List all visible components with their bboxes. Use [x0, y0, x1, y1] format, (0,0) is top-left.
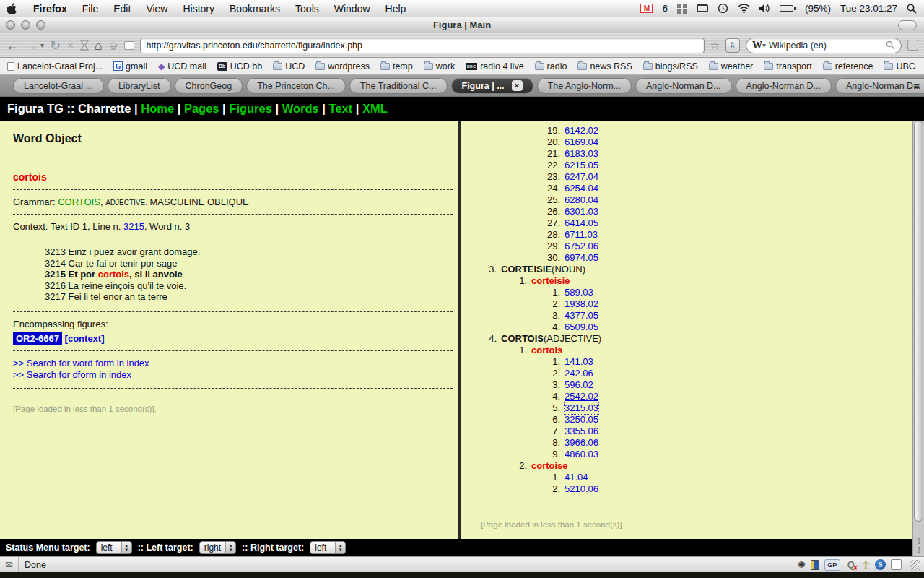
- battery-icon[interactable]: [780, 5, 796, 12]
- hourglass-icon[interactable]: [80, 40, 89, 51]
- go-button[interactable]: ⇩: [725, 38, 740, 53]
- tab[interactable]: Anglo-Norman D...: [635, 78, 732, 94]
- grammar-lemma-link[interactable]: CORTOIS: [58, 197, 100, 207]
- bookmark-item[interactable]: BbUCD bb: [217, 61, 262, 72]
- tab[interactable]: LibraryList: [108, 78, 171, 94]
- occurrence-link[interactable]: 4860.03: [565, 449, 598, 460]
- s-addon-icon[interactable]: S: [875, 559, 886, 570]
- home-icon[interactable]: ⌂: [95, 39, 103, 52]
- occurrence-link[interactable]: 6169.04: [565, 137, 598, 148]
- site-nav-pages[interactable]: Pages: [184, 102, 219, 115]
- wifi-icon[interactable]: [738, 4, 750, 13]
- tab[interactable]: The Anglo-Norm...: [537, 78, 632, 94]
- site-nav-words[interactable]: Words: [282, 102, 319, 115]
- displays-icon[interactable]: [697, 4, 708, 12]
- toolbar-toggle-button[interactable]: [898, 20, 917, 30]
- volume-icon[interactable]: [759, 4, 770, 13]
- search-field[interactable]: W ▾ Wikipedia (en): [746, 38, 902, 53]
- occurrence-link[interactable]: 6974.05: [565, 252, 598, 264]
- menu-tools[interactable]: Tools: [295, 3, 319, 14]
- spotlight-icon[interactable]: [907, 4, 917, 14]
- ankh-addon-icon[interactable]: ☥: [862, 558, 870, 571]
- occurrence-link[interactable]: 1938.02: [565, 298, 598, 310]
- occurrence-link[interactable]: 3966.06: [565, 437, 598, 449]
- vertical-scrollbar[interactable]: ⇧⇩: [912, 121, 924, 556]
- occurrence-link[interactable]: 242.06: [565, 368, 593, 379]
- occurrence-link[interactable]: 6414.05: [565, 217, 598, 229]
- menu-edit[interactable]: Edit: [113, 3, 131, 14]
- occurrence-link[interactable]: 41.04: [565, 472, 588, 483]
- history-dropdown-caret-icon[interactable]: ▾: [40, 41, 44, 49]
- apple-icon[interactable]: [7, 3, 18, 14]
- lamp-icon[interactable]: [108, 40, 118, 50]
- site-nav-text[interactable]: Text: [329, 102, 353, 115]
- search-dform-link[interactable]: >> Search for dform in index: [13, 369, 458, 381]
- bug-addon-icon[interactable]: ✺: [798, 559, 806, 570]
- tab-close-icon[interactable]: ×: [512, 80, 523, 91]
- menu-file[interactable]: File: [82, 3, 99, 14]
- bookmark-item[interactable]: news RSS: [578, 61, 632, 72]
- time-machine-icon[interactable]: [718, 3, 728, 14]
- occurrence-link[interactable]: 6301.03: [565, 206, 598, 217]
- occurrence-link[interactable]: 3355.06: [565, 426, 598, 437]
- search-engine-caret-icon[interactable]: ▾: [762, 41, 766, 49]
- occurrence-link[interactable]: 6183.03: [565, 148, 598, 160]
- bookmark-item[interactable]: ◆UCD mail: [158, 61, 206, 72]
- quickjava-addon-icon[interactable]: Q✘: [845, 559, 857, 571]
- bookmark-item[interactable]: Ggmail: [113, 61, 147, 72]
- occurrence-link[interactable]: 6254.04: [565, 183, 598, 194]
- occurrence-link[interactable]: 141.03: [565, 356, 593, 368]
- scrollbar-thumb[interactable]: [914, 121, 923, 522]
- blank-extension-icon[interactable]: [124, 41, 134, 50]
- occurrence-link[interactable]: 4377.05: [565, 310, 598, 322]
- lemma-form-link[interactable]: cortois: [531, 345, 562, 356]
- menu-view[interactable]: View: [146, 3, 167, 14]
- bookmark-item[interactable]: transport: [764, 61, 811, 72]
- occurrence-link[interactable]: 3250.05: [565, 414, 598, 426]
- grid-addon-icon[interactable]: [891, 559, 902, 570]
- back-icon[interactable]: ←: [6, 39, 19, 52]
- tab-active[interactable]: Figura | ...×: [451, 78, 533, 94]
- occurrence-link[interactable]: 2542.02: [565, 391, 598, 402]
- occurrence-link[interactable]: 6215.05: [565, 160, 598, 171]
- mail-notifier-icon[interactable]: ✉: [0, 557, 19, 572]
- resize-grip[interactable]: [910, 560, 920, 570]
- lemma-form-link[interactable]: corteisie: [531, 275, 570, 287]
- gmail-notifier-icon[interactable]: M: [640, 4, 653, 13]
- scroll-up-icon[interactable]: ⇧: [915, 538, 922, 545]
- bookmark-star-icon[interactable]: ☆: [710, 39, 720, 52]
- tab[interactable]: Anglo-Norman D...: [736, 78, 832, 94]
- tab[interactable]: ChronGeog: [175, 78, 243, 94]
- gp-addon-button[interactable]: GP: [824, 559, 840, 571]
- menu-bookmarks[interactable]: Bookmarks: [230, 3, 280, 14]
- spaces-icon[interactable]: [677, 4, 687, 14]
- menu-help[interactable]: Help: [385, 3, 406, 14]
- site-nav-xml[interactable]: XML: [362, 102, 388, 115]
- reload-icon[interactable]: ↻: [50, 39, 61, 52]
- lemma-form-link[interactable]: cortoise: [531, 460, 568, 472]
- tab[interactable]: The Princeton Ch...: [246, 78, 346, 94]
- bookmark-item[interactable]: BBCradio 4 live: [466, 61, 523, 72]
- search-word-form-link[interactable]: >> Search for word form in index: [13, 358, 458, 370]
- notebook-addon-icon[interactable]: [811, 560, 819, 570]
- search-magnifier-icon[interactable]: [886, 40, 895, 50]
- left-target-select[interactable]: right▲▼: [199, 541, 236, 554]
- tab-list-icon[interactable]: ≡: [913, 79, 920, 92]
- occurrence-link[interactable]: 5210.06: [565, 483, 598, 495]
- menu-window[interactable]: Window: [334, 3, 370, 14]
- occurrence-link[interactable]: 6509.05: [565, 322, 598, 333]
- bookmark-item[interactable]: reference: [823, 61, 873, 72]
- bookmark-item[interactable]: UBC: [884, 61, 915, 72]
- tab[interactable]: Anglo-Norman D...: [835, 78, 924, 94]
- scroll-down-icon[interactable]: ⇩: [915, 546, 922, 553]
- menu-firefox[interactable]: Firefox: [33, 3, 67, 14]
- menu-bar-clock[interactable]: Tue 23:01:27: [840, 3, 897, 14]
- forward-icon[interactable]: →: [25, 39, 38, 52]
- right-target-select[interactable]: left▲▼: [310, 541, 346, 554]
- stop-icon[interactable]: ×: [66, 39, 74, 52]
- site-nav-figures[interactable]: Figures: [229, 102, 272, 115]
- occurrence-link[interactable]: 596.02: [565, 379, 593, 391]
- occurrence-link[interactable]: 3215.03: [565, 402, 598, 414]
- bookmark-item[interactable]: UCD: [273, 61, 305, 72]
- occurrence-link[interactable]: 6752.06: [565, 241, 598, 252]
